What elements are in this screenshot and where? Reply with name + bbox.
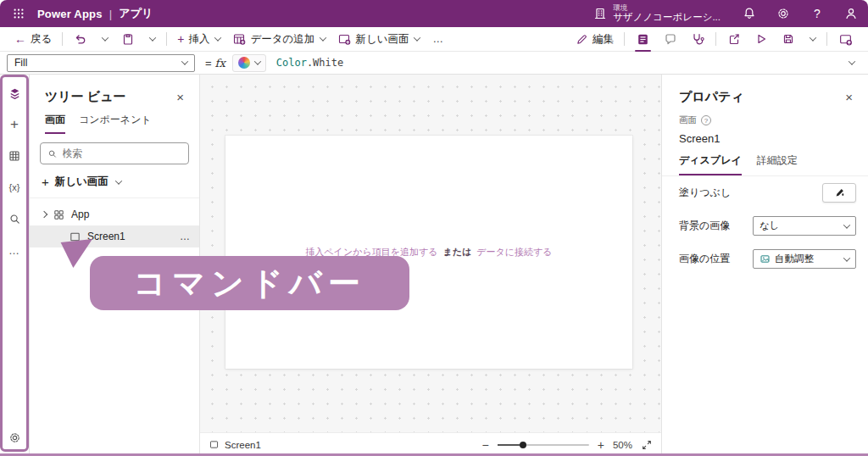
back-button[interactable]: ← 戻る [8, 29, 58, 49]
add-data-button[interactable]: データの追加 [226, 29, 331, 49]
background-image-dropdown[interactable]: なし [753, 216, 856, 236]
save-menu-button[interactable] [802, 29, 822, 49]
save-button[interactable] [775, 29, 802, 49]
equals-sign: = [205, 57, 212, 70]
tab-advanced[interactable]: 詳細設定 [757, 153, 798, 175]
canvas-viewport[interactable]: 挿入ペインから項目を追加する または データに接続する [200, 75, 661, 432]
rail-more-button[interactable]: … [4, 240, 25, 260]
app-name: Power Apps [37, 8, 103, 20]
gear-icon [8, 431, 21, 444]
properties-panel: プロパティ × 画面 ? Screen1 ディスプレイ 詳細設定 塗りつぶし 背… [661, 75, 868, 456]
chevron-down-icon [254, 58, 261, 64]
footer-screen-indicator: Screen1 [209, 439, 261, 450]
add-data-icon [232, 32, 246, 46]
preview-button[interactable] [748, 29, 775, 49]
tab-screens[interactable]: 画面 [45, 113, 65, 134]
settings-button[interactable] [766, 0, 800, 27]
connect-data-link[interactable]: データに接続する [476, 247, 552, 257]
formula-expand-chevron[interactable] [849, 58, 855, 64]
chevron-down-icon [181, 58, 188, 64]
rail-insert-button[interactable]: + [4, 114, 25, 135]
paste-menu-button[interactable] [142, 29, 162, 49]
account-button[interactable] [834, 0, 868, 27]
tree-search-box[interactable] [40, 142, 189, 164]
fullscreen-icon[interactable] [641, 439, 653, 451]
share-button[interactable] [721, 29, 748, 49]
new-screen-menu-label: 新しい画面 [55, 175, 108, 189]
back-arrow-icon: ← [14, 33, 26, 45]
app-title: Power Apps | アプリ [37, 6, 153, 21]
tree-search-input[interactable] [63, 147, 181, 159]
tree-view-close-button[interactable]: × [171, 88, 189, 106]
environment-picker[interactable]: 環境 サザノノコーポレーシ... [581, 0, 732, 27]
zoom-slider-fill [498, 444, 520, 446]
tree-item-screen1[interactable]: Screen1 … [30, 225, 199, 247]
annotation-label: コマンドバー [133, 262, 365, 305]
title-bar: Power Apps | アプリ 環境 サザノノコーポレーシ... ? [0, 0, 868, 27]
comment-icon [664, 32, 677, 46]
page-name: アプリ [119, 6, 153, 21]
new-screen-button[interactable]: 新しい画面 [331, 29, 426, 49]
rail-variables-button[interactable]: {x} [4, 177, 25, 197]
app-launcher-button[interactable] [0, 0, 37, 27]
screen1-artboard[interactable]: 挿入ペインから項目を追加する または データに接続する [225, 136, 632, 369]
copilot-formula-button[interactable] [232, 54, 266, 72]
publish-button[interactable] [832, 29, 860, 49]
add-data-label: データの追加 [250, 32, 314, 47]
formula-input[interactable]: Color.White [276, 57, 343, 69]
help-button[interactable]: ? [800, 0, 834, 27]
property-select[interactable]: Fill [7, 54, 195, 72]
new-screen-menu-button[interactable]: + 新しい画面 [30, 164, 199, 198]
plus-icon: + [10, 116, 19, 133]
undo-menu-button[interactable] [94, 29, 114, 49]
zoom-out-button[interactable]: − [482, 438, 489, 452]
paste-button[interactable] [114, 29, 142, 49]
plus-icon: + [177, 33, 184, 45]
rail-search-button[interactable] [4, 209, 25, 229]
row-more-button[interactable]: … [180, 231, 191, 242]
help-icon: ? [814, 7, 821, 20]
zoom-slider-knob[interactable] [520, 442, 526, 448]
rail-data-button[interactable] [4, 146, 25, 166]
tab-display[interactable]: ディスプレイ [679, 153, 742, 175]
edit-button[interactable]: 編集 [570, 29, 620, 49]
rail-tree-view-button[interactable] [4, 83, 25, 103]
bell-icon [743, 7, 756, 20]
fill-color-picker-button[interactable] [822, 183, 856, 203]
command-bar: ← 戻る + 挿入 データの追加 新しい画面 … [0, 27, 868, 52]
comments-button[interactable] [657, 29, 684, 49]
data-table-icon [8, 149, 21, 163]
new-screen-icon [337, 32, 351, 46]
tree-item-app[interactable]: App [30, 203, 199, 225]
insert-label: 挿入 [188, 32, 209, 47]
rail-settings-button[interactable] [4, 427, 25, 448]
person-icon [844, 7, 858, 20]
tree-item-label: Screen1 [87, 231, 125, 242]
back-label: 戻る [31, 32, 52, 47]
publish-icon [838, 32, 853, 47]
tree-view-icon [8, 86, 22, 101]
app-icon [53, 209, 65, 221]
insert-button[interactable]: + 挿入 [171, 29, 226, 49]
divider [624, 32, 625, 46]
waffle-icon [13, 8, 25, 19]
fill-property-row: 塗りつぶし [662, 176, 868, 209]
fx-icon: fx [215, 57, 225, 70]
properties-close-button[interactable]: × [840, 88, 858, 106]
zoom-in-button[interactable]: + [598, 438, 604, 452]
variables-icon: {x} [9, 182, 20, 192]
more-icon: … [8, 244, 20, 257]
tab-components[interactable]: コンポーネント [79, 113, 152, 134]
undo-button[interactable] [67, 29, 94, 49]
image-position-dropdown[interactable]: 自動調整 [753, 249, 856, 269]
zoom-slider[interactable] [498, 444, 589, 446]
more-commands-button[interactable]: … [426, 29, 450, 49]
app-checker-button[interactable] [684, 29, 711, 49]
share-icon [727, 32, 741, 46]
fill-picker-icon [834, 187, 845, 198]
object-help-icon[interactable]: ? [701, 115, 711, 125]
authoring-menu-button[interactable] [629, 29, 657, 49]
title-divider: | [109, 8, 113, 20]
notifications-button[interactable] [732, 0, 766, 27]
image-position-label: 画像の位置 [679, 252, 730, 266]
